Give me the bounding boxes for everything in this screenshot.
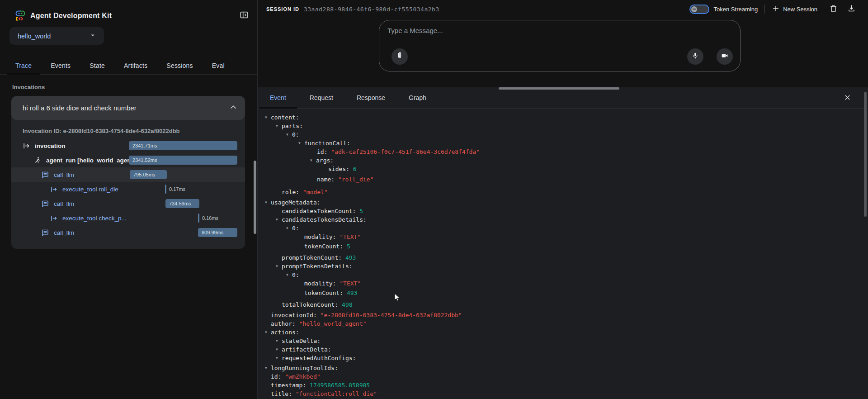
json-key: content:	[271, 114, 299, 121]
invocations-label: Invocations	[12, 84, 45, 90]
toggle-thumb	[691, 6, 697, 12]
new-session-button[interactable]: New Session	[772, 5, 817, 14]
detail-tab-response[interactable]: Response	[345, 87, 397, 108]
adk-logo-icon	[14, 9, 27, 22]
expander-icon[interactable]: ▼	[276, 337, 282, 345]
tab-state[interactable]: State	[80, 57, 114, 74]
message-input-placeholder: Type a Message...	[387, 27, 443, 34]
json-value: "functionCall:roll_die"	[292, 390, 377, 397]
json-key: candidatesTokensDetails:	[282, 216, 367, 223]
json-key: id:	[317, 148, 327, 155]
detail-tab-event[interactable]: Event	[258, 87, 298, 108]
json-key: candidatesTokenCount:	[282, 208, 356, 214]
tab-trace[interactable]: Trace	[6, 57, 41, 74]
export-session-button[interactable]	[845, 3, 857, 15]
vertical-scrollbar[interactable]	[864, 92, 867, 217]
trace-span-row[interactable]: call_llm809.99ms	[11, 225, 245, 240]
chevron-down-icon	[89, 31, 97, 41]
json-line: ▼longRunningToolIds:	[264, 364, 480, 372]
main-area: SESSION ID 33aad288-9846-46f6-980d-cf555…	[258, 0, 868, 399]
json-line: ▼artifactDelta:	[264, 345, 480, 354]
panel-collapse-icon[interactable]	[238, 9, 250, 21]
trace-span-row[interactable]: call_llm734.59ms	[11, 196, 245, 211]
runner-icon	[33, 156, 42, 164]
expander-icon[interactable]: ▼	[276, 215, 282, 224]
detail-tab-graph[interactable]: Graph	[397, 87, 438, 108]
trace-span-row[interactable]: agent_run [hello_world_agent]2341.52ms	[11, 153, 245, 167]
json-line: title: "functionCall:roll_die"	[264, 390, 480, 398]
span-label: invocation	[35, 142, 66, 149]
json-value: "roll_die"	[335, 176, 373, 183]
trace-span-list: invocation2341.71msagent_run [hello_worl…	[11, 138, 245, 240]
attach-file-button[interactable]	[392, 48, 408, 65]
session-id-value: 33aad288-9846-46f6-980d-cf555034a2b3	[304, 6, 439, 13]
json-value: "TEXT"	[336, 233, 361, 240]
trace-span-row[interactable]: call_llm795.05ms	[11, 167, 245, 182]
json-line: ▼0:	[264, 130, 480, 139]
duration-bar: 2341.71ms	[129, 141, 237, 150]
expander-icon[interactable]: ▼	[276, 262, 282, 271]
json-key: author:	[271, 320, 296, 327]
token-streaming-toggle[interactable]	[689, 5, 709, 14]
sidebar-scrollbar[interactable]	[254, 161, 256, 234]
json-line: totalTokenCount: 498	[264, 300, 480, 309]
json-tree: ▼content:▼parts:▼0:▼functionCall:id: "ad…	[264, 113, 480, 398]
trace-span-row[interactable]: execute_tool check_p...0.16ms	[11, 211, 245, 225]
duration-label: 0.17ms	[169, 185, 185, 194]
json-value: "wmZhkbed"	[281, 373, 320, 380]
expander-icon[interactable]: ▼	[265, 198, 271, 207]
video-button[interactable]	[717, 48, 733, 65]
json-key: title:	[271, 390, 292, 397]
sidebar: Agent Development Kit hello_world TraceE…	[0, 0, 258, 399]
json-key: artifactDelta:	[282, 346, 331, 353]
agent-selector[interactable]: hello_world	[9, 27, 104, 45]
trace-span-row[interactable]: execute_tool roll_die0.17ms	[11, 182, 245, 196]
json-key: stateDelta:	[282, 337, 321, 344]
expander-icon[interactable]: ▼	[265, 328, 271, 337]
tab-artifacts[interactable]: Artifacts	[114, 57, 157, 74]
json-line: timestamp: 1749586585.858985	[264, 381, 480, 390]
session-header: SESSION ID 33aad288-9846-46f6-980d-cf555…	[258, 0, 868, 18]
detail-tab-request[interactable]: Request	[298, 87, 345, 108]
chevron-up-icon	[229, 103, 238, 114]
expander-icon[interactable]: ▼	[276, 354, 282, 362]
expander-icon[interactable]: ▼	[265, 364, 271, 372]
expander-icon[interactable]: ▼	[286, 271, 292, 279]
expander-icon[interactable]: ▼	[310, 156, 316, 165]
expander-icon[interactable]: ▼	[276, 122, 282, 130]
tab-eval[interactable]: Eval	[203, 57, 234, 74]
invocation-id: Invocation ID: e-2808fd10-6383-4754-8de4…	[23, 128, 245, 134]
delete-session-button[interactable]	[827, 3, 839, 15]
close-icon	[844, 94, 851, 103]
expander-icon[interactable]: ▼	[298, 139, 304, 147]
json-key: longRunningToolIds:	[271, 365, 338, 371]
json-key: functionCall:	[304, 140, 350, 147]
close-panel-button[interactable]	[842, 93, 853, 104]
trace-span-row[interactable]: invocation2341.71ms	[11, 138, 245, 153]
message-input-box[interactable]: Type a Message...	[379, 20, 741, 71]
microphone-button[interactable]	[687, 48, 703, 65]
json-key: modality:	[304, 233, 336, 240]
tab-events[interactable]: Events	[41, 57, 80, 74]
invocation-query-row[interactable]: hi roll a 6 side dice and check number	[11, 96, 245, 120]
span-label: execute_tool check_p...	[62, 215, 127, 222]
json-line: ▼actions:	[264, 328, 480, 337]
microphone-icon	[691, 52, 699, 62]
json-key: name:	[317, 176, 335, 183]
expander-icon[interactable]: ▼	[286, 224, 292, 233]
span-label: call_llm	[54, 200, 74, 207]
event-detail-panel: EventRequestResponseGraph ▼content:▼part…	[258, 87, 868, 399]
expander-icon[interactable]: ▼	[276, 345, 282, 354]
json-key: timestamp:	[271, 382, 306, 389]
tab-sessions[interactable]: Sessions	[157, 57, 202, 74]
expander-icon[interactable]: ▼	[286, 130, 292, 139]
json-value: "hello_world_agent"	[296, 320, 367, 327]
expander-icon[interactable]: ▼	[265, 113, 271, 122]
json-value: "TEXT"	[336, 280, 361, 287]
json-key: 0:	[292, 131, 299, 138]
json-value: 5	[356, 208, 363, 214]
new-session-label: New Session	[783, 6, 817, 13]
adk-web-app: Agent Development Kit hello_world TraceE…	[0, 0, 868, 399]
json-line: ▼0:	[264, 271, 480, 279]
duration-bar: 2341.52ms	[129, 156, 237, 165]
